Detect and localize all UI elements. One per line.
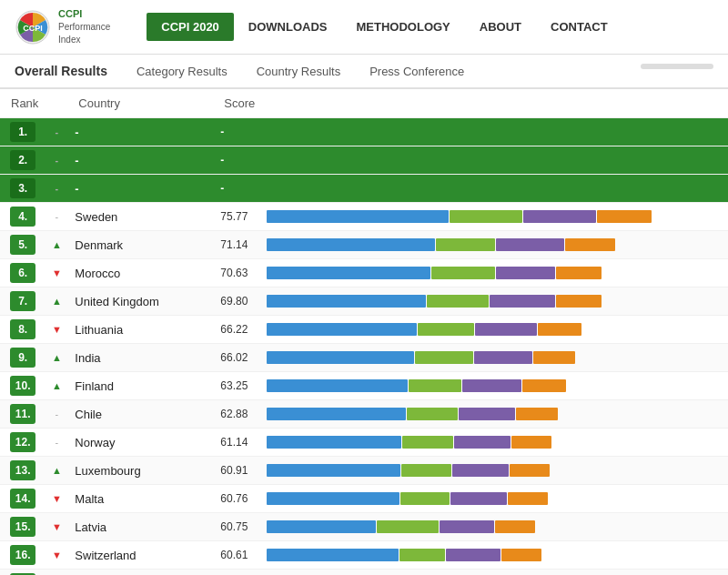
bar-segment-green [399, 549, 445, 561]
bar-segment-orange [516, 408, 558, 420]
nav-contact[interactable]: CONTACT [536, 13, 622, 41]
table-row: 2. - - - [0, 146, 728, 175]
rank-cell: 9. [0, 344, 46, 372]
rank-cell: 10. [0, 372, 46, 400]
table-row: 17. ▲ Ukraine 60.60 [0, 570, 728, 575]
bar-segment-blue [267, 520, 376, 533]
score-cell: 66.02 [213, 344, 263, 372]
bar-segment-blue [267, 408, 406, 420]
subnav-country[interactable]: Country Results [242, 55, 355, 87]
bar-cell [263, 175, 728, 203]
rank-cell: 8. [0, 316, 46, 344]
table-body: 1. - - - 2. - - - 3. - - - 4. [0, 118, 728, 575]
bar-segment-green [407, 408, 458, 420]
nav-methodology[interactable]: METHODOLOGY [342, 13, 465, 41]
table-row: 15. ▼ Latvia 60.75 [0, 513, 728, 541]
table-row: 12. - Norway 61.14 [0, 429, 728, 457]
col-bar [263, 89, 728, 118]
score-cell: 71.14 [213, 231, 263, 259]
rank-cell: 13. [0, 457, 46, 485]
score-cell: - [213, 175, 263, 203]
bar-segment-orange [556, 267, 602, 279]
table-row: 10. ▲ Finland 63.25 [0, 372, 728, 400]
table-row: 13. ▲ Luxembourg 60.91 [0, 457, 728, 485]
bar-segment-blue [267, 436, 401, 449]
bar-segment-orange [556, 295, 602, 308]
subnav-category[interactable]: Category Results [122, 55, 242, 87]
arrow-cell: - [46, 146, 67, 175]
bar-segment-purple [450, 492, 507, 505]
bar-segment-purple [523, 210, 596, 223]
country-cell: Morocco [67, 259, 213, 288]
logo-text: CCPI PerformanceIndex [58, 7, 110, 46]
nav-about[interactable]: ABOUT [465, 13, 536, 41]
results-table: Rank Country Score 1. - - - 2. - - - [0, 89, 728, 575]
bar-segment-purple [440, 520, 494, 533]
arrow-cell: ▲ [46, 231, 67, 259]
table-row: 8. ▼ Lithuania 66.22 [0, 316, 728, 344]
bar-cell [263, 570, 728, 575]
country-cell: Ukraine [67, 570, 213, 575]
score-cell: 75.77 [213, 203, 263, 231]
bar-segment-purple [462, 379, 521, 392]
nav-downloads[interactable]: DOWNLOADS [234, 13, 342, 41]
bar-segment-blue [267, 210, 449, 223]
arrow-cell: ▼ [46, 513, 67, 541]
arrow-cell: - [46, 429, 67, 457]
bar-cell [263, 259, 728, 288]
bar-segment-green [436, 238, 495, 251]
sub-nav: Overall Results Category Results Country… [0, 55, 728, 89]
bar-segment-green [377, 520, 439, 533]
score-cell: 63.25 [213, 372, 263, 400]
scrollbar-indicator[interactable] [641, 64, 713, 69]
rank-cell: 12. [0, 429, 46, 457]
bar-segment-green [400, 492, 450, 505]
country-cell: - [67, 118, 213, 146]
rank-cell: 11. [0, 400, 46, 429]
bar-segment-blue [267, 295, 426, 308]
bar-segment-blue [267, 238, 435, 251]
score-cell: 62.88 [213, 400, 263, 429]
table-row: 6. ▼ Morocco 70.63 [0, 259, 728, 288]
bar-cell [263, 316, 728, 344]
arrow-cell: ▼ [46, 541, 67, 570]
score-cell: 70.63 [213, 259, 263, 288]
bar-cell [263, 118, 728, 146]
bar-segment-blue [267, 351, 414, 364]
country-cell: Switzerland [67, 541, 213, 570]
score-cell: 66.22 [213, 316, 263, 344]
bar-segment-green [418, 323, 474, 336]
score-cell: 60.76 [213, 485, 263, 513]
ccpi-logo-icon: CCPI [15, 9, 51, 45]
table-row: 16. ▼ Switzerland 60.61 [0, 541, 728, 570]
subnav-overall[interactable]: Overall Results [15, 55, 122, 87]
bar-segment-orange [510, 464, 550, 477]
arrow-cell: ▲ [46, 457, 67, 485]
score-cell: 60.60 [213, 570, 263, 575]
country-cell: Norway [67, 429, 213, 457]
bar-cell [263, 429, 728, 457]
bar-segment-green [431, 267, 495, 279]
bar-segment-green [415, 351, 473, 364]
country-cell: Finland [67, 372, 213, 400]
country-cell: Latvia [67, 513, 213, 541]
bar-segment-purple [446, 549, 500, 561]
bar-segment-green [401, 464, 451, 477]
country-cell: Malta [67, 485, 213, 513]
country-cell: Lithuania [67, 316, 213, 344]
bar-segment-blue [267, 379, 408, 392]
table-container: Rank Country Score 1. - - - 2. - - - [0, 89, 728, 575]
subnav-press[interactable]: Press Conference [355, 55, 479, 87]
country-cell: - [67, 175, 213, 203]
rank-cell: 15. [0, 513, 46, 541]
nav-ccpi2020[interactable]: CCPI 2020 [147, 13, 234, 41]
rank-cell: 1. [0, 118, 46, 146]
bar-segment-purple [490, 295, 555, 308]
country-cell: India [67, 344, 213, 372]
bar-segment-green [402, 436, 453, 449]
arrow-cell: ▲ [46, 288, 67, 316]
arrow-cell: ▼ [46, 316, 67, 344]
country-cell: Denmark [67, 231, 213, 259]
bar-segment-purple [452, 464, 509, 477]
bar-segment-orange [538, 323, 581, 336]
